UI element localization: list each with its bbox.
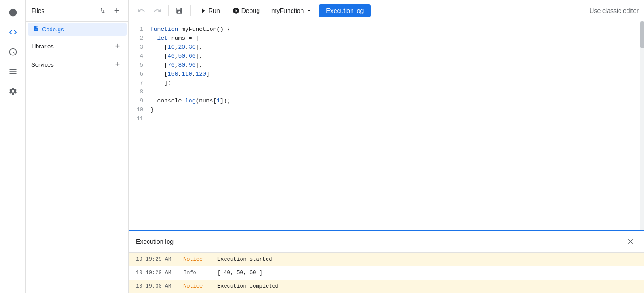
code-line: 11: [129, 115, 644, 123]
code-line: 5 [70,80,90],: [129, 61, 644, 70]
log-level: Info: [183, 270, 210, 276]
log-level: Notice: [183, 256, 210, 263]
sidebar-files-title: Files: [31, 7, 45, 14]
line-content: console.log(nums[1]);: [150, 97, 644, 106]
toolbar-divider-1: [168, 5, 169, 16]
add-file-button[interactable]: +: [110, 4, 123, 17]
line-content: [100,110,120]: [150, 70, 644, 79]
info-icon-btn[interactable]: [4, 4, 22, 21]
redo-button[interactable]: [150, 4, 165, 18]
code-icon-btn[interactable]: [4, 23, 22, 41]
log-time: 10:19:30 AM: [136, 283, 176, 289]
line-number: 9: [129, 97, 150, 106]
sidebar-header-actions: +: [96, 4, 123, 17]
log-row: 10:19:29 AMInfo[ 40, 50, 60 ]: [129, 266, 644, 280]
line-content: let nums = [: [150, 34, 644, 43]
run-button[interactable]: Run: [194, 4, 225, 17]
add-service-button[interactable]: +: [112, 59, 123, 70]
services-label: Services: [31, 61, 54, 68]
log-message: Execution started: [217, 256, 272, 263]
execution-log-panel-title: Execution log: [136, 238, 174, 245]
run-label: Run: [208, 7, 220, 14]
log-time: 10:19:29 AM: [136, 270, 176, 276]
line-content: [10,20,30],: [150, 43, 644, 52]
line-number: 8: [129, 88, 150, 97]
execution-log-label: Execution log: [326, 7, 364, 14]
sidebar-libraries-section: Libraries +: [26, 37, 128, 55]
line-number: 3: [129, 43, 150, 52]
scrollbar-track[interactable]: [640, 21, 644, 230]
execution-log-button[interactable]: Execution log: [319, 4, 371, 17]
log-level: Notice: [183, 283, 210, 289]
execution-log-panel: Execution log 10:19:29 AMNoticeExecution…: [129, 230, 644, 293]
code-line: 3 [10,20,30],: [129, 43, 644, 52]
line-number: 5: [129, 61, 150, 70]
editor-area: 1function myFunction() {2 let nums = [3 …: [129, 21, 644, 230]
log-row: 10:19:30 AMNoticeExecution completed: [129, 280, 644, 293]
line-number: 7: [129, 79, 150, 88]
code-line: 7 ];: [129, 79, 644, 88]
line-content: ];: [150, 79, 644, 88]
sort-files-button[interactable]: [96, 4, 109, 17]
line-content: function myFunction() {: [150, 25, 644, 34]
sidebar: Files + Code.gs Libraries + Services +: [26, 0, 129, 293]
line-content: [40,50,60],: [150, 52, 644, 61]
line-content: [70,80,90],: [150, 61, 644, 70]
code-line: 8: [129, 88, 644, 97]
main-content: Run Debug myFunction Execution log Use c…: [129, 0, 644, 293]
code-line: 10}: [129, 106, 644, 115]
clock-icon-btn[interactable]: [4, 43, 22, 61]
log-table: 10:19:29 AMNoticeExecution started10:19:…: [129, 253, 644, 293]
libraries-label: Libraries: [31, 43, 54, 50]
icon-bar: [0, 0, 26, 293]
file-item-code-gs[interactable]: Code.gs: [28, 23, 127, 36]
scrollbar-thumb[interactable]: [640, 21, 644, 48]
execution-log-header: Execution log: [129, 231, 644, 253]
code-editor[interactable]: 1function myFunction() {2 let nums = [3 …: [129, 21, 644, 230]
file-icon: [33, 25, 39, 33]
file-item-label: Code.gs: [42, 26, 64, 33]
line-number: 1: [129, 25, 150, 34]
toolbar: Run Debug myFunction Execution log Use c…: [129, 0, 644, 21]
log-message: Execution completed: [217, 283, 279, 289]
sidebar-libraries-header[interactable]: Libraries +: [26, 37, 128, 55]
undo-button[interactable]: [134, 4, 148, 18]
line-number: 6: [129, 70, 150, 79]
triggers-icon-btn[interactable]: [4, 63, 22, 81]
line-number: 4: [129, 52, 150, 61]
debug-button[interactable]: Debug: [227, 4, 265, 17]
code-line: 4 [40,50,60],: [129, 52, 644, 61]
use-classic-editor-link[interactable]: Use classic editor: [589, 7, 639, 14]
function-name: myFunction: [271, 7, 304, 14]
sidebar-files-header: Files +: [26, 0, 128, 22]
log-row: 10:19:29 AMNoticeExecution started: [129, 253, 644, 266]
file-list: Code.gs: [26, 22, 128, 37]
line-content: }: [150, 106, 644, 115]
sidebar-services-header[interactable]: Services +: [26, 55, 128, 73]
toolbar-divider-2: [190, 5, 191, 16]
code-line: 9 console.log(nums[1]);: [129, 97, 644, 106]
code-line: 1function myFunction() {: [129, 25, 644, 34]
log-time: 10:19:29 AM: [136, 256, 176, 263]
line-number: 10: [129, 106, 150, 115]
code-line: 6 [100,110,120]: [129, 70, 644, 79]
sidebar-services-section: Services +: [26, 55, 128, 73]
line-number: 2: [129, 34, 150, 43]
code-line: 2 let nums = [: [129, 34, 644, 43]
execution-log-close-button[interactable]: [624, 235, 637, 248]
log-message: [ 40, 50, 60 ]: [217, 270, 263, 276]
function-selector[interactable]: myFunction: [267, 4, 317, 17]
line-number: 11: [129, 115, 150, 123]
debug-label: Debug: [242, 7, 260, 14]
add-library-button[interactable]: +: [112, 41, 123, 51]
settings-icon-btn[interactable]: [4, 82, 22, 100]
save-button[interactable]: [172, 4, 186, 18]
